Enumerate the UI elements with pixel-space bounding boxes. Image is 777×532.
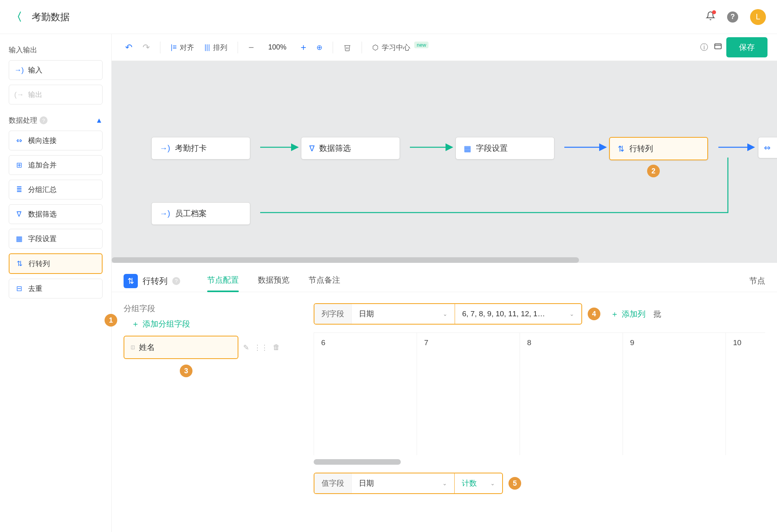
filter-node-icon: ∇ bbox=[309, 144, 314, 153]
panel-title-icon: ⇅ bbox=[124, 274, 138, 288]
io-section-title: 输入输出 bbox=[9, 45, 103, 55]
col-header: 6 bbox=[314, 333, 417, 455]
node-pivot[interactable]: ⇅ 行转列 bbox=[609, 137, 708, 160]
sidebar-item-field[interactable]: ▦ 字段设置 bbox=[9, 229, 103, 249]
panel-help-icon[interactable]: ? bbox=[172, 277, 180, 285]
canvas[interactable]: →) 考勤打卡 ∇ 数据筛选 ▦ 字段设置 ⇅ 行转列 ⇔ →) 员工档案 bbox=[112, 61, 777, 263]
plus-icon: ＋ bbox=[611, 309, 619, 319]
align-button[interactable]: |≡对齐 bbox=[167, 40, 198, 55]
avatar[interactable]: L bbox=[750, 9, 766, 25]
config-panel: ⇅ 行转列 ? 节点配置 数据预览 节点备注 节点 分组字段 ＋ 添加分组字段 bbox=[112, 263, 777, 532]
sidebar-item-dedup[interactable]: ⊟ 去重 bbox=[9, 279, 103, 298]
drag-icon[interactable]: ⋮⋮ bbox=[254, 343, 268, 352]
add-column-button[interactable]: ＋ 添加列 bbox=[611, 309, 646, 319]
back-button[interactable]: 〈 bbox=[11, 10, 22, 25]
node-field[interactable]: ▦ 字段设置 bbox=[455, 137, 554, 160]
group-field-chip[interactable]: ⎅ 姓名 bbox=[124, 336, 238, 359]
col-label: 列字段 bbox=[314, 304, 352, 324]
sidebar: 输入输出 →) 输入 (→ 输出 数据处理 ? ▲ ⇔ 横向连接 ⊞ 追加合并 … bbox=[0, 34, 112, 532]
node-link[interactable]: ⇔ bbox=[758, 137, 777, 158]
callout-3: 3 bbox=[180, 365, 192, 377]
callout-2: 2 bbox=[647, 165, 660, 177]
sidebar-output[interactable]: (→ 输出 bbox=[9, 85, 103, 104]
input-node-icon-2: →) bbox=[160, 209, 170, 218]
help-small-icon[interactable]: ? bbox=[40, 116, 48, 124]
sidebar-input[interactable]: →) 输入 bbox=[9, 60, 103, 80]
delete-field-icon[interactable]: 🗑 bbox=[273, 343, 280, 352]
filter-icon: ∇ bbox=[15, 210, 23, 218]
tab-preview[interactable]: 数据预览 bbox=[258, 270, 289, 292]
dedup-icon: ⊟ bbox=[15, 284, 23, 293]
field-node-icon: ▦ bbox=[464, 144, 471, 153]
pivot-node-icon: ⇅ bbox=[618, 144, 625, 154]
col-field-select[interactable]: 日期 ⌄ bbox=[352, 304, 455, 324]
redo-button[interactable]: ↷ bbox=[139, 40, 154, 55]
group-icon: ≣ bbox=[15, 185, 23, 194]
info-icon[interactable]: ⓘ bbox=[699, 40, 710, 54]
group-field-label: 分组字段 bbox=[124, 303, 298, 314]
page-title: 考勤数据 bbox=[32, 11, 70, 23]
zoom-in-button[interactable]: + bbox=[297, 40, 310, 55]
output-icon: (→ bbox=[15, 91, 23, 99]
warning-icon[interactable]: ▲ bbox=[95, 116, 103, 125]
chevron-down-icon: ⌄ bbox=[569, 311, 574, 317]
svg-rect-0 bbox=[715, 44, 722, 49]
sidebar-item-join[interactable]: ⇔ 横向连接 bbox=[9, 131, 103, 150]
pivot-icon: ⇅ bbox=[15, 259, 24, 268]
node-attendance[interactable]: →) 考勤打卡 bbox=[151, 137, 250, 160]
input-label: 输入 bbox=[28, 65, 42, 75]
input-node-icon: →) bbox=[160, 144, 170, 153]
callout-5: 5 bbox=[508, 477, 521, 490]
header: 〈 考勤数据 ? L bbox=[0, 0, 777, 34]
zoom-out-button[interactable]: − bbox=[244, 40, 258, 55]
bell-icon[interactable] bbox=[706, 11, 715, 23]
toolbar: ↶ ↷ |≡对齐 |||排列 − 100% + ⊕ ⬡ 学习中心 new ⓘ bbox=[112, 34, 777, 61]
save-button[interactable]: 保存 bbox=[726, 37, 767, 57]
tab-right-label[interactable]: 节点 bbox=[749, 276, 765, 286]
tab-note[interactable]: 节点备注 bbox=[309, 270, 340, 292]
append-icon: ⊞ bbox=[15, 161, 23, 169]
learn-button[interactable]: ⬡ 学习中心 new bbox=[368, 40, 432, 55]
zoom-level: 100% bbox=[268, 43, 286, 51]
sidebar-item-pivot[interactable]: ⇅ 行转列 bbox=[9, 253, 103, 274]
value-field-box: 值字段 日期 ⌄ 计数 ⌄ bbox=[314, 473, 503, 494]
columns-scrollbar[interactable] bbox=[314, 459, 401, 465]
node-filter[interactable]: ∇ 数据筛选 bbox=[301, 137, 400, 160]
col-values-select[interactable]: 6, 7, 8, 9, 10, 11, 12, 1… ⌄ bbox=[455, 304, 581, 324]
output-label: 输出 bbox=[28, 90, 42, 99]
sidebar-item-append[interactable]: ⊞ 追加合并 bbox=[9, 155, 103, 175]
history-icon[interactable] bbox=[712, 40, 724, 54]
align-icon: |≡ bbox=[171, 43, 177, 51]
arrange-icon: ||| bbox=[204, 43, 210, 51]
field-icon: ▦ bbox=[15, 234, 23, 243]
learn-badge: new bbox=[414, 42, 428, 48]
col-header: 7 bbox=[417, 333, 520, 455]
col-header: 8 bbox=[520, 333, 623, 455]
learn-icon: ⬡ bbox=[372, 43, 379, 52]
text-field-icon: ⎅ bbox=[131, 343, 135, 352]
plus-icon: ＋ bbox=[131, 319, 139, 329]
sidebar-item-group[interactable]: ≣ 分组汇总 bbox=[9, 180, 103, 200]
process-section-title: 数据处理 ? ▲ bbox=[9, 116, 103, 125]
help-icon[interactable]: ? bbox=[727, 11, 738, 23]
canvas-scrollbar[interactable] bbox=[112, 257, 579, 263]
val-label: 值字段 bbox=[314, 473, 352, 493]
tab-config[interactable]: 节点配置 bbox=[207, 270, 239, 292]
add-group-button[interactable]: ＋ 添加分组字段 bbox=[131, 319, 298, 329]
undo-button[interactable]: ↶ bbox=[121, 40, 136, 55]
node-employee[interactable]: →) 员工档案 bbox=[151, 202, 250, 225]
col-header: 10 bbox=[726, 333, 765, 455]
edit-icon[interactable]: ✎ bbox=[243, 343, 249, 352]
sidebar-item-filter[interactable]: ∇ 数据筛选 bbox=[9, 204, 103, 224]
delete-button[interactable] bbox=[339, 41, 355, 54]
chevron-down-icon: ⌄ bbox=[490, 480, 495, 486]
val-field-select[interactable]: 日期 ⌄ bbox=[352, 473, 455, 493]
arrange-button[interactable]: |||排列 bbox=[200, 40, 231, 55]
batch-button[interactable]: 批 bbox=[653, 309, 661, 319]
chevron-down-icon: ⌄ bbox=[442, 480, 447, 486]
col-header: 9 bbox=[623, 333, 726, 455]
callout-4: 4 bbox=[588, 308, 600, 320]
fit-button[interactable]: ⊕ bbox=[312, 41, 326, 54]
aggregate-select[interactable]: 计数 ⌄ bbox=[455, 473, 502, 493]
column-field-box: 列字段 日期 ⌄ 6, 7, 8, 9, 10, 11, 12, 1… ⌄ bbox=[314, 303, 582, 325]
